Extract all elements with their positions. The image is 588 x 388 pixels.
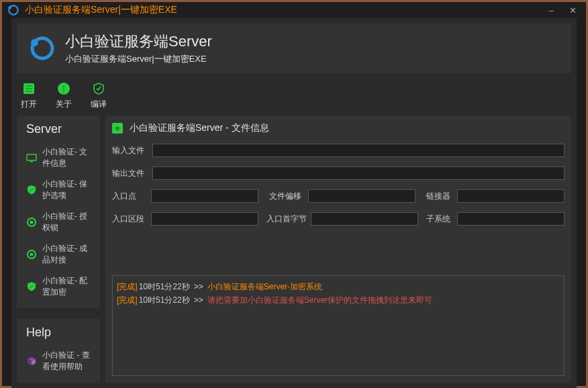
log-tag: [完成] [117, 293, 138, 307]
subsystem-label: 子系统 [426, 213, 453, 225]
entry-section-field[interactable] [151, 212, 258, 226]
open-button[interactable]: 打开 [21, 81, 37, 110]
sidebar-item-encrypt[interactable]: 小白验证- 配置加密 [22, 271, 95, 303]
sidebar-item-label: 小白验证- 成品对接 [42, 243, 91, 266]
main-header: 小白验证服务端Server - 文件信息 [112, 122, 565, 138]
svg-point-1 [9, 6, 12, 9]
log-tag: [完成] [117, 280, 138, 293]
sidebar-item-label: 小白验证- 文件信息 [42, 146, 91, 169]
list-icon [21, 81, 36, 96]
sidebar-item-protection[interactable]: 小白验证- 保护选项 [22, 174, 95, 206]
output-file-label: 输出文件 [112, 168, 147, 179]
info-icon [56, 81, 71, 96]
open-label: 打开 [21, 99, 37, 110]
sidebar-item-label: 小白验证- 授权锁 [42, 211, 91, 234]
sidebar-item-help[interactable]: 小白验证 - 查看使用帮助 [22, 345, 95, 377]
log-msg: 请把需要加小白验证服务端Server保护的文件拖拽到这里来即可 [207, 293, 432, 307]
banner-subtitle: 小白验证服务端Server|一键加密EXE [65, 53, 212, 65]
help-header: Help [22, 324, 95, 345]
content-area: 小白验证服务端Server 小白验证服务端Server|一键加密EXE 打开 关… [11, 18, 577, 388]
server-header: Server [22, 121, 95, 142]
about-button[interactable]: 关于 [56, 81, 72, 110]
banner-text-group: 小白验证服务端Server 小白验证服务端Server|一键加密EXE [65, 32, 212, 65]
log-arrow: >> [194, 280, 203, 293]
linker-label: 链接器 [426, 191, 453, 202]
close-button[interactable]: ✕ [565, 2, 581, 18]
shield-icon [91, 81, 106, 96]
list-icon [112, 123, 123, 134]
sidebar-item-product[interactable]: 小白验证- 成品对接 [22, 238, 95, 271]
shield-check-icon [26, 281, 37, 292]
sidebar-item-authlock[interactable]: 小白验证- 授权锁 [22, 206, 95, 238]
banner-title: 小白验证服务端Server [65, 32, 212, 52]
log-line: [完成]10时51分22秒 >> 请把需要加小白验证服务端Server保护的文件… [117, 293, 560, 307]
monitor-icon [26, 152, 37, 163]
about-label: 关于 [56, 99, 72, 110]
log-time: 10时51分22秒 [139, 280, 190, 293]
output-file-row: 输出文件 [112, 166, 565, 180]
app-icon [7, 4, 19, 16]
entry-point-label: 入口点 [112, 191, 147, 202]
entry-first-byte-field[interactable] [311, 212, 418, 226]
input-file-field[interactable] [152, 144, 565, 157]
file-offset-field[interactable] [308, 189, 415, 203]
log-box[interactable]: [完成]10时51分22秒 >> 小白验证服务端Server-加密系统 [完成]… [112, 275, 565, 376]
sidebar-item-label: 小白验证- 配置加密 [42, 275, 91, 298]
entry-first-byte-label: 入口首字节 [266, 213, 307, 225]
titlebar[interactable]: 小白验证服务端Server|一键加密EXE – ✕ [2, 2, 586, 18]
compile-button[interactable]: 编译 [91, 81, 107, 110]
svg-point-16 [30, 253, 34, 256]
subsystem-field[interactable] [457, 212, 565, 226]
titlebar-text: 小白验证服务端Server|一键加密EXE [25, 4, 538, 16]
entry-section-label: 入口区段 [112, 213, 147, 225]
main-title: 小白验证服务端Server - 文件信息 [130, 122, 269, 134]
sidebar-item-fileinfo[interactable]: 小白验证- 文件信息 [22, 142, 95, 174]
banner-icon [29, 35, 56, 62]
svg-rect-12 [30, 161, 33, 162]
log-line: [完成]10时51分22秒 >> 小白验证服务端Server-加密系统 [117, 280, 560, 293]
log-arrow: >> [194, 293, 203, 307]
sidebar-item-label: 小白验证- 保护选项 [42, 179, 91, 201]
toolbar: 打开 关于 编译 [11, 79, 577, 115]
section-row: 入口区段 入口首字节 子系统 [112, 212, 565, 226]
linker-field[interactable] [457, 189, 565, 203]
log-msg: 小白验证服务端Server-加密系统 [207, 280, 322, 293]
entry-row: 入口点 文件偏移 链接器 [112, 189, 565, 203]
svg-rect-11 [27, 154, 36, 160]
main-panel: 小白验证服务端Server - 文件信息 输入文件 输出文件 入口点 文件偏移 [105, 115, 571, 383]
compile-label: 编译 [91, 99, 107, 110]
output-file-field[interactable] [152, 166, 565, 180]
cube-icon [26, 356, 37, 367]
body-row: Server 小白验证- 文件信息 小白验证- 保护选项 小白验证- 授权锁 [11, 115, 577, 388]
log-time: 10时51分22秒 [139, 293, 190, 307]
file-offset-label: 文件偏移 [269, 191, 304, 202]
shield-check-icon [26, 185, 37, 195]
banner: 小白验证服务端Server 小白验证服务端Server|一键加密EXE [17, 23, 571, 73]
help-section: Help 小白验证 - 查看使用帮助 [17, 319, 100, 383]
minimize-button[interactable]: – [543, 2, 559, 18]
svg-point-14 [30, 221, 34, 224]
sidebar-item-label: 小白验证 - 查看使用帮助 [42, 350, 91, 373]
svg-rect-7 [26, 91, 32, 92]
circle-dot-icon [26, 217, 37, 228]
input-file-label: 输入文件 [112, 145, 147, 156]
sidebar: Server 小白验证- 文件信息 小白验证- 保护选项 小白验证- 授权锁 [17, 115, 100, 383]
server-section: Server 小白验证- 文件信息 小白验证- 保护选项 小白验证- 授权锁 [17, 115, 100, 308]
app-window: 小白验证服务端Server|一键加密EXE – ✕ 小白验证服务端Server … [0, 0, 588, 388]
entry-point-field[interactable] [151, 189, 258, 203]
svg-point-3 [31, 39, 38, 46]
svg-point-10 [63, 91, 64, 93]
svg-rect-5 [26, 85, 32, 87]
circle-dot-icon [26, 249, 37, 260]
input-file-row: 输入文件 [112, 144, 565, 157]
svg-rect-9 [63, 85, 64, 91]
svg-rect-6 [26, 88, 32, 89]
